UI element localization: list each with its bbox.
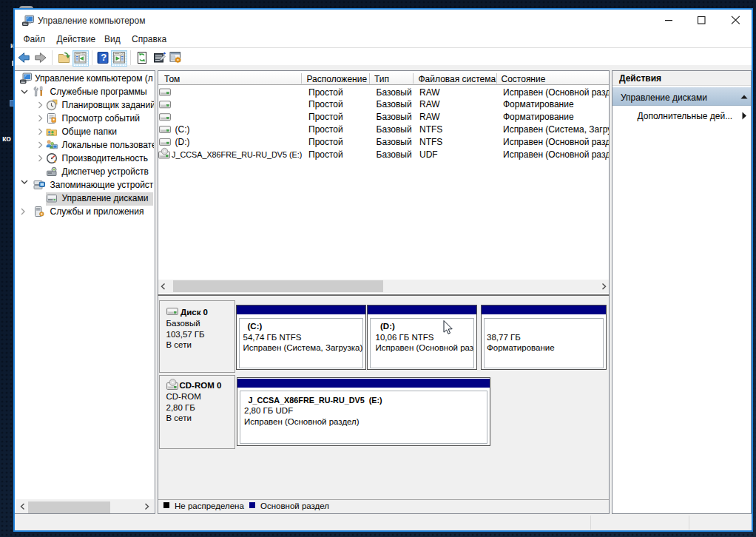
svg-text:?: ? (101, 52, 107, 63)
